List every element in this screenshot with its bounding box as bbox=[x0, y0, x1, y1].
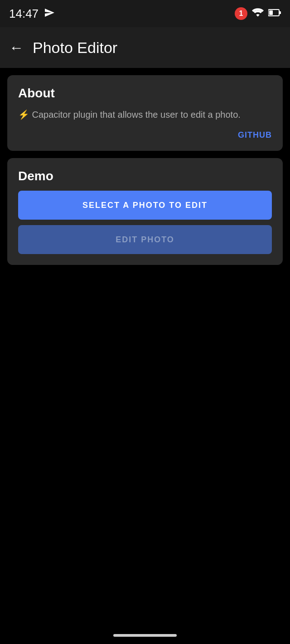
back-button[interactable]: ← bbox=[9, 39, 24, 56]
about-description: ⚡ Capacitor plugin that allows the user … bbox=[18, 108, 272, 121]
app-bar-title: Photo Editor bbox=[33, 39, 117, 57]
demo-buttons: SELECT A PHOTO TO EDIT EDIT PHOTO bbox=[18, 191, 272, 254]
demo-section-title: Demo bbox=[18, 169, 272, 183]
demo-card: Demo SELECT A PHOTO TO EDIT EDIT PHOTO bbox=[7, 158, 283, 265]
back-arrow-icon: ← bbox=[9, 39, 24, 56]
send-icon bbox=[44, 7, 55, 20]
notification-badge: 1 bbox=[235, 7, 247, 20]
battery-icon bbox=[268, 9, 281, 19]
home-indicator bbox=[113, 634, 177, 637]
status-bar: 14:47 1 bbox=[0, 0, 290, 27]
about-section-title: About bbox=[18, 86, 272, 101]
svg-rect-2 bbox=[269, 10, 273, 15]
status-time: 14:47 bbox=[9, 7, 39, 21]
status-bar-left: 14:47 bbox=[9, 7, 55, 21]
select-photo-button[interactable]: SELECT A PHOTO TO EDIT bbox=[18, 191, 272, 220]
github-link[interactable]: GITHUB bbox=[18, 130, 272, 140]
app-bar: ← Photo Editor bbox=[0, 27, 290, 68]
about-card: About ⚡ Capacitor plugin that allows the… bbox=[7, 75, 283, 151]
main-content: About ⚡ Capacitor plugin that allows the… bbox=[0, 68, 290, 272]
github-label[interactable]: GITHUB bbox=[238, 130, 272, 140]
edit-photo-button[interactable]: EDIT PHOTO bbox=[18, 225, 272, 254]
status-bar-right: 1 bbox=[235, 7, 281, 20]
svg-rect-1 bbox=[279, 11, 281, 14]
wifi-icon bbox=[252, 8, 264, 19]
